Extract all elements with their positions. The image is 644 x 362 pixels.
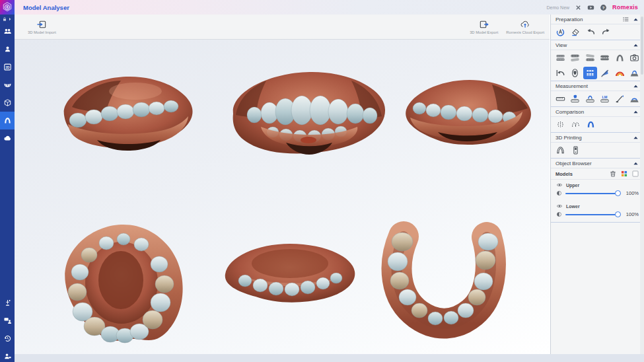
- lower-arch-occlusal-view[interactable]: [375, 219, 507, 345]
- left-sidebar: 6 2D: [0, 0, 15, 362]
- sidebar-item-history[interactable]: [0, 330, 15, 347]
- sidebar-item-patient[interactable]: [0, 40, 15, 58]
- reset-view-icon[interactable]: [554, 67, 567, 79]
- sidebar-item-workstation[interactable]: [0, 312, 15, 330]
- occlusion-left-lateral-view[interactable]: [56, 66, 198, 155]
- redo-icon[interactable]: [599, 26, 613, 38]
- section-preparation: Preparation: [551, 15, 644, 40]
- jaws-upper-icon[interactable]: [569, 52, 583, 64]
- sidebar-item-3d-models[interactable]: [0, 94, 15, 112]
- svg-text:?: ?: [602, 5, 605, 9]
- 3d-model-export-button[interactable]: 3D Model Export: [466, 20, 502, 34]
- checkbox-icon[interactable]: [631, 170, 639, 178]
- export-icon: [479, 20, 489, 29]
- images-2d-icon: 2D: [3, 63, 12, 71]
- ruler-icon[interactable]: [554, 92, 567, 105]
- collapse-icon-preparation[interactable]: [632, 16, 639, 23]
- draw-plane-icon[interactable]: [598, 67, 612, 79]
- 3d-canvas[interactable]: [15, 40, 550, 354]
- opacity-icon: [556, 190, 562, 196]
- cloud-icon: [3, 134, 12, 143]
- occlusion-measure-icon[interactable]: [628, 92, 642, 105]
- sidebar-item-admin[interactable]: [0, 347, 15, 362]
- cloud-export-label: Romexis Cloud Export: [506, 30, 544, 34]
- model-base-icon[interactable]: [628, 67, 642, 79]
- sidebar-item-dental-unit[interactable]: [0, 294, 15, 312]
- demo-mode-label: Demo New: [546, 5, 569, 10]
- jaws-open-icon[interactable]: [554, 52, 567, 64]
- panel-scrollbar[interactable]: [640, 15, 644, 354]
- collapse-icon-printing[interactable]: [632, 134, 639, 141]
- occlusion-frontal-view[interactable]: [221, 61, 396, 159]
- svg-text:2D: 2D: [5, 66, 10, 69]
- opacity-slider-lower[interactable]: [565, 211, 621, 217]
- arch-blue-icon[interactable]: [584, 118, 598, 131]
- multiview-grid-icon[interactable]: [583, 67, 597, 79]
- patient-icon: [3, 45, 12, 54]
- arch-solid-icon[interactable]: [613, 52, 627, 64]
- arch-measure-icon[interactable]: [583, 92, 597, 105]
- title-bar: Model Analyser Demo New ? Romexis: [15, 0, 644, 15]
- compare-sides-icon[interactable]: [554, 118, 567, 131]
- collapse-icon-view[interactable]: [632, 42, 639, 49]
- section-measurement: MeasurementLM: [551, 81, 644, 107]
- tools-panel: PreparationViewMeasurementLMComparison3D…: [550, 15, 644, 354]
- compare-overlay-icon[interactable]: [569, 118, 583, 131]
- collapse-icon-measurement[interactable]: [632, 83, 639, 90]
- visibility-eye-icon-upper[interactable]: [556, 182, 563, 188]
- list-icon[interactable]: [622, 16, 629, 23]
- colormap-icon[interactable]: [613, 67, 627, 79]
- undo-icon[interactable]: [584, 26, 598, 38]
- section-view: View: [551, 40, 644, 81]
- opacity-slider-knob-upper[interactable]: [615, 190, 621, 196]
- page-title: Model Analyser: [23, 4, 69, 11]
- trash-icon[interactable]: [609, 170, 617, 178]
- sidebar-item-2d-images[interactable]: 2D: [0, 58, 15, 76]
- printer-icon[interactable]: [569, 144, 583, 157]
- lock-icon[interactable]: [2, 17, 7, 22]
- model-label-lower: Lower: [566, 204, 580, 209]
- export-label: 3D Model Export: [470, 30, 498, 34]
- opacity-slider-knob-lower[interactable]: [615, 211, 621, 217]
- color-grid-icon[interactable]: [620, 170, 628, 178]
- svg-text:LM: LM: [602, 95, 608, 99]
- toolbar: 3D Model Import 3D Model Export Romexis …: [15, 15, 550, 40]
- 3d-model-import-button[interactable]: 3D Model Import: [24, 20, 60, 34]
- models-label: Models: [555, 171, 606, 177]
- sidebar-item-patients[interactable]: [0, 22, 15, 40]
- section-comparison: Comparison: [551, 107, 644, 133]
- tooth-orbit-icon[interactable]: [569, 67, 583, 79]
- upper-arch-anterior-view[interactable]: [216, 235, 365, 308]
- lasso-tool-icon[interactable]: [554, 26, 567, 38]
- chevron-right-icon[interactable]: [7, 17, 13, 22]
- jaws-occlusion-icon[interactable]: [598, 52, 612, 64]
- opacity-slider-upper[interactable]: [565, 190, 621, 196]
- history-icon: [3, 334, 12, 343]
- sidebar-item-dentition[interactable]: [0, 76, 15, 94]
- planmeca-logo[interactable]: 6: [0, 0, 15, 15]
- occlusion-right-lateral-view[interactable]: [401, 71, 536, 151]
- sidebar-item-cloud[interactable]: [0, 129, 15, 147]
- romexis-cloud-export-button[interactable]: Romexis Cloud Export: [502, 20, 548, 34]
- arch-outline-icon[interactable]: [554, 144, 567, 157]
- lm-measure-icon[interactable]: LM: [598, 92, 612, 105]
- tooth-measure-icon[interactable]: [569, 92, 583, 105]
- section-printing: 3D Printing: [551, 133, 644, 159]
- close-icon[interactable]: [575, 4, 582, 11]
- section-title-view: View: [555, 42, 629, 48]
- angle-measure-icon[interactable]: [613, 92, 627, 105]
- collapse-icon-object-browser[interactable]: [632, 160, 639, 167]
- youtube-icon[interactable]: [587, 4, 594, 11]
- help-icon[interactable]: ?: [600, 4, 607, 11]
- bottom-status-strip: [15, 354, 644, 362]
- jaws-lower-icon[interactable]: [583, 52, 597, 64]
- upper-arch-occlusal-view[interactable]: [51, 219, 193, 348]
- sidebar-item-model-analyser[interactable]: [0, 112, 15, 129]
- eraser-icon[interactable]: [569, 26, 583, 38]
- patients-icon: [3, 27, 12, 36]
- import-label: 3D Model Import: [28, 30, 56, 34]
- camera-icon[interactable]: [628, 52, 642, 64]
- collapse-icon-comparison[interactable]: [632, 108, 639, 116]
- visibility-eye-icon-lower[interactable]: [556, 203, 563, 209]
- section-title-comparison: Comparison: [555, 109, 629, 115]
